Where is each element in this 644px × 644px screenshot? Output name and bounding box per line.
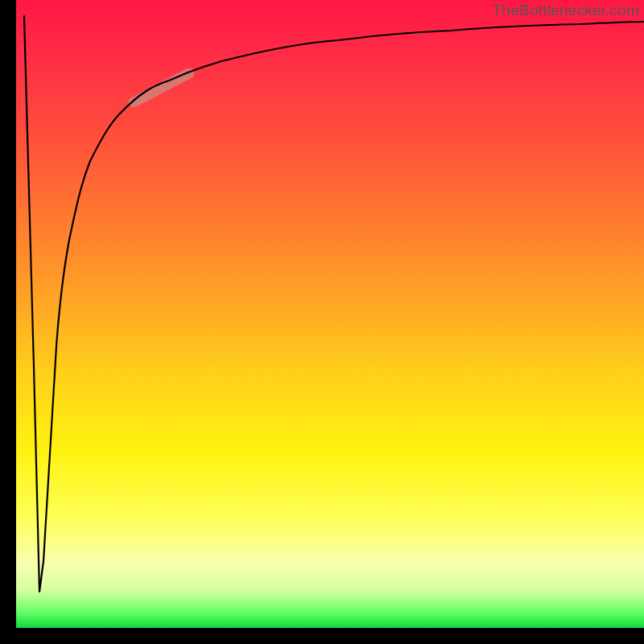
bottleneck-curve: [24, 16, 644, 592]
curve-layer: [16, 0, 644, 628]
plot-area: [16, 0, 644, 628]
highlight-stroke: [134, 73, 189, 102]
chart-stage: TheBottlenecker.com: [0, 0, 644, 644]
attribution-link[interactable]: TheBottlenecker.com: [493, 2, 639, 19]
